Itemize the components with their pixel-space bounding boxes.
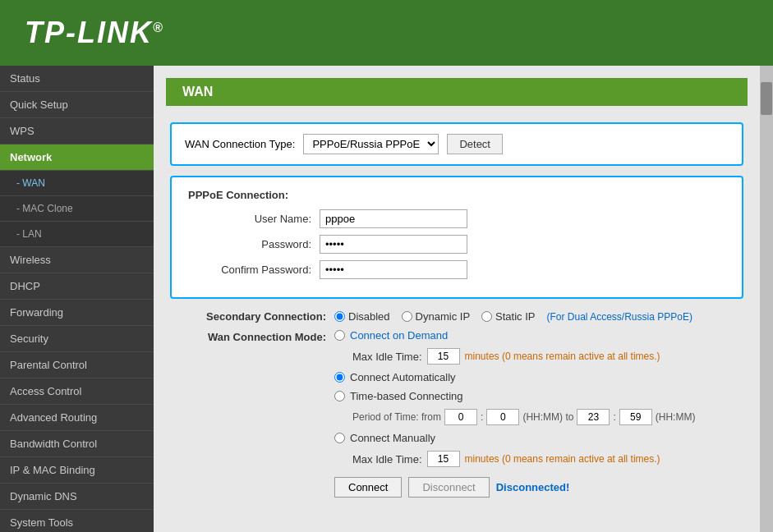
main-area: Status Quick Setup WPS Network - WAN - M… <box>0 66 773 532</box>
disconnect-button[interactable]: Disconnect <box>408 477 489 498</box>
connect-buttons-row: Connect Disconnect Disconnected! <box>334 477 743 498</box>
max-idle-row-2: Max Idle Time: minutes (0 means remain a… <box>352 451 695 467</box>
header: TP-LINK® <box>0 0 773 66</box>
scrollbar-thumb[interactable] <box>761 82 772 115</box>
radio-connect-automatically[interactable] <box>334 372 345 383</box>
mode-connect-on-demand: Connect on Demand <box>334 329 695 342</box>
max-idle-label-1: Max Idle Time: <box>352 351 422 363</box>
secondary-connection-row: Secondary Connection: Disabled Dynamic I… <box>170 310 743 323</box>
username-row: User Name: <box>188 209 725 228</box>
radio-static-ip[interactable]: Static IP <box>481 310 535 323</box>
mode-connect-manually: Connect Manually <box>334 432 695 444</box>
sidebar-item-forwarding[interactable]: Forwarding <box>0 300 154 326</box>
period-label: Period of Time: from <box>352 411 441 423</box>
connect-manually-label: Connect Manually <box>350 432 435 444</box>
secondary-radio-group: Disabled Dynamic IP Static IP (For Dual … <box>334 310 692 323</box>
time-from-min[interactable] <box>486 409 519 425</box>
wan-mode-options: Connect on Demand Max Idle Time: minutes… <box>334 329 695 467</box>
sidebar-item-dynamic-dns[interactable]: Dynamic DNS <box>0 484 154 510</box>
sidebar-item-parental-control[interactable]: Parental Control <box>0 352 154 378</box>
hhm1-label: (HH:MM) to <box>522 411 573 423</box>
content-inner: WAN Connection Type: PPPoE/Russia PPPoE … <box>154 114 760 514</box>
sidebar-item-advanced-routing[interactable]: Advanced Routing <box>0 405 154 431</box>
sidebar-item-wireless[interactable]: Wireless <box>0 247 154 273</box>
confirm-password-row: Confirm Password: <box>188 260 725 279</box>
wan-connection-type-select[interactable]: PPPoE/Russia PPPoE Dynamic IP Static IP … <box>303 134 439 154</box>
max-idle-note-2: minutes (0 means remain active at all ti… <box>465 453 660 465</box>
max-idle-label-2: Max Idle Time: <box>352 453 422 466</box>
confirm-password-label: Confirm Password: <box>188 264 320 276</box>
max-idle-input-2[interactable] <box>427 451 460 467</box>
page-title: WAN <box>166 78 748 106</box>
radio-disabled[interactable]: Disabled <box>334 310 390 323</box>
time-fields-row: Period of Time: from : (HH:MM) to : (HH:… <box>352 409 695 425</box>
connect-button[interactable]: Connect <box>334 477 402 498</box>
connect-automatically-label: Connect Automatically <box>350 371 456 383</box>
time-to-hour[interactable] <box>577 409 610 425</box>
logo: TP-LINK® <box>25 16 164 50</box>
radio-connect-on-demand[interactable] <box>334 330 345 341</box>
connect-on-demand-link[interactable]: Connect on Demand <box>350 329 448 342</box>
radio-connect-manually[interactable] <box>334 433 345 443</box>
sidebar-item-wan[interactable]: - WAN <box>0 171 154 196</box>
mode-time-based: Time-based Connecting <box>334 390 695 402</box>
secondary-connection-label: Secondary Connection: <box>170 310 334 323</box>
wan-mode-label: Wan Connection Mode: <box>170 329 334 343</box>
sidebar-item-status[interactable]: Status <box>0 66 154 92</box>
confirm-password-input[interactable] <box>320 260 467 279</box>
disconnected-status: Disconnected! <box>496 481 570 493</box>
secondary-note: (For Dual Access/Russia PPPoE) <box>546 311 692 323</box>
wan-connection-type-box: WAN Connection Type: PPPoE/Russia PPPoE … <box>170 122 743 166</box>
sidebar-item-mac-clone[interactable]: - MAC Clone <box>0 196 154 222</box>
sidebar-item-ip-mac-binding[interactable]: IP & MAC Binding <box>0 457 154 484</box>
sidebar-item-bandwidth-control[interactable]: Bandwidth Control <box>0 431 154 457</box>
password-label: Password: <box>188 238 320 250</box>
sidebar-item-access-control[interactable]: Access Control <box>0 378 154 405</box>
mode-connect-automatically: Connect Automatically <box>334 371 695 383</box>
wan-connection-type-label: WAN Connection Type: <box>185 138 295 150</box>
sidebar-item-wps[interactable]: WPS <box>0 118 154 144</box>
sidebar: Status Quick Setup WPS Network - WAN - M… <box>0 66 154 532</box>
username-input[interactable] <box>320 209 467 228</box>
time-from-hour[interactable] <box>444 409 477 425</box>
password-input[interactable] <box>320 235 467 254</box>
pppoe-title: PPPoE Connection: <box>188 189 725 201</box>
time-based-label: Time-based Connecting <box>350 390 463 402</box>
scrollbar[interactable] <box>760 66 773 532</box>
content-area: WAN WAN Connection Type: PPPoE/Russia PP… <box>154 66 760 532</box>
hhm2-label: (HH:MM) <box>656 411 696 423</box>
sidebar-item-quick-setup[interactable]: Quick Setup <box>0 92 154 118</box>
radio-dynamic-ip[interactable]: Dynamic IP <box>402 310 470 323</box>
radio-time-based[interactable] <box>334 391 345 401</box>
wan-mode-row: Wan Connection Mode: Connect on Demand M… <box>170 329 743 467</box>
app-container: TP-LINK® Status Quick Setup WPS Network … <box>0 0 773 532</box>
password-row: Password: <box>188 235 725 254</box>
max-idle-input-1[interactable] <box>427 348 460 365</box>
time-to-min[interactable] <box>619 409 652 425</box>
username-label: User Name: <box>188 213 320 225</box>
sidebar-item-system-tools[interactable]: System Tools <box>0 510 154 532</box>
max-idle-row-1: Max Idle Time: minutes (0 means remain a… <box>352 348 695 365</box>
max-idle-note-1: minutes (0 means remain active at all ti… <box>465 351 660 362</box>
wan-type-row: WAN Connection Type: PPPoE/Russia PPPoE … <box>185 134 729 154</box>
sidebar-item-security[interactable]: Security <box>0 326 154 352</box>
sidebar-item-network[interactable]: Network <box>0 144 154 171</box>
sidebar-item-dhcp[interactable]: DHCP <box>0 273 154 300</box>
pppoe-connection-box: PPPoE Connection: User Name: Password: C… <box>170 176 743 299</box>
sidebar-item-lan[interactable]: - LAN <box>0 222 154 247</box>
detect-button[interactable]: Detect <box>447 134 503 154</box>
